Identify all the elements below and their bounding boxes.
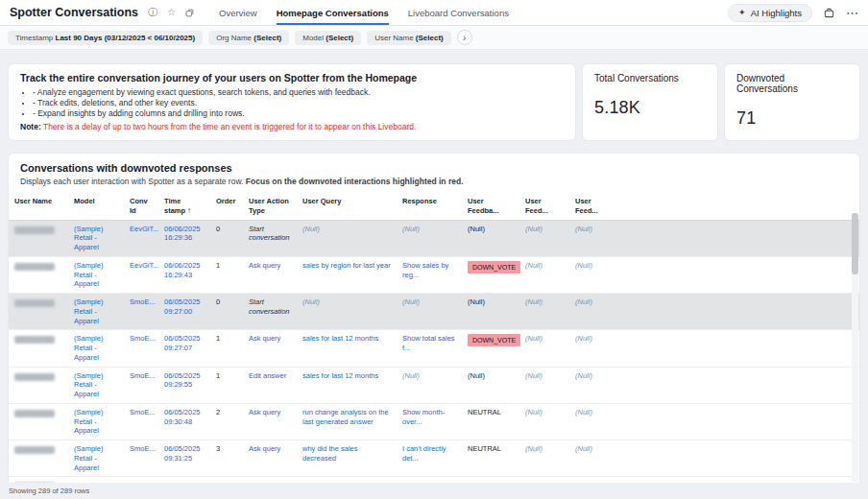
cell-user-action-type[interactable]: Edit answer	[243, 367, 297, 403]
cell-response[interactable]: I can't directly det...	[397, 440, 462, 477]
cell-user-action-type[interactable]: Ask query	[243, 440, 297, 477]
cell-user-name	[9, 294, 68, 330]
cell-response[interactable]: (Null)	[397, 220, 462, 256]
cell-model[interactable]: (Sample) Retail - Apparel	[68, 367, 124, 403]
cell-model[interactable]: (Sample) Retail - Apparel	[68, 294, 124, 330]
cell-model[interactable]: (Sample) Retail - Apparel	[68, 477, 124, 483]
table-row[interactable]: (Sample) Retail - Apparel SmoE... 06/05/…	[9, 440, 859, 477]
table-row[interactable]: (Sample) Retail - Apparel SmoE... 06/05/…	[9, 330, 859, 367]
cell-model[interactable]: (Sample) Retail - Apparel	[68, 440, 124, 477]
cell-model[interactable]: (Sample) Retail - Apparel	[68, 220, 124, 256]
col-order[interactable]: Order	[210, 193, 243, 220]
cell-timestamp[interactable]: 06/05/202509:31:58	[158, 477, 210, 483]
cell-user-query[interactable]: (Null)	[297, 294, 397, 330]
cell-timestamp[interactable]: 06/05/202509:27:07	[158, 330, 210, 367]
cell-conv-id[interactable]: EevGiT...	[124, 220, 158, 256]
tab-liveboard-conversations[interactable]: Liveboard Conversations	[408, 0, 509, 25]
cell-order: 1	[210, 330, 243, 367]
col-timestamp[interactable]: Time stamp↑	[158, 193, 210, 220]
cell-response[interactable]: Show month-over...	[397, 403, 462, 440]
table-row[interactable]: (Sample) Retail - Apparel EevGiT... 06/0…	[9, 256, 859, 293]
table-row[interactable]: (Sample) Retail - Apparel SmoE... 06/05/…	[9, 403, 859, 440]
cell-response[interactable]: I do not have acce...	[397, 477, 462, 483]
filters-expand-button[interactable]: ›	[457, 30, 472, 45]
cell-user-action-type[interactable]: Ask query	[243, 256, 297, 293]
col-user-query[interactable]: User Query	[297, 193, 397, 220]
cell-timestamp[interactable]: 06/05/202509:30:48	[158, 403, 210, 440]
note-label: Note:	[20, 122, 41, 131]
col-response[interactable]: Response	[397, 193, 462, 220]
ai-highlights-button[interactable]: ✦ AI Highlights	[728, 4, 812, 22]
cell-user-query[interactable]: sales for last 12 months	[297, 367, 397, 403]
col-conv-id[interactable]: Conv Id	[124, 193, 158, 220]
overview-bullet: - Analyze engagement by viewing exact qu…	[33, 87, 564, 98]
cell-user-name	[9, 367, 68, 403]
table-subtitle-plain: Displays each user interaction with Spot…	[20, 177, 243, 186]
table-row[interactable]: (Sample) Retail - Apparel EevGiT... 06/0…	[9, 220, 859, 256]
cell-model[interactable]: (Sample) Retail - Apparel	[68, 256, 124, 293]
col-model[interactable]: Model	[68, 193, 124, 220]
cell-response[interactable]: Show sales by reg...	[397, 256, 462, 293]
cell-user-query[interactable]: run change analysis on the last generate…	[297, 403, 397, 440]
col-user-feedback[interactable]: User Feedba...	[462, 193, 519, 220]
cell-model[interactable]: (Sample) Retail - Apparel	[68, 330, 124, 367]
redacted-user-name	[14, 410, 55, 417]
cell-response[interactable]: (Null)	[397, 367, 462, 403]
cell-user-query[interactable]: sales for last 12 months	[297, 330, 397, 367]
cell-conv-id[interactable]: SmoE...	[124, 440, 158, 477]
cell-user-action-type[interactable]: Start conversation	[243, 294, 297, 330]
filter-label: Org Name	[216, 34, 252, 42]
kpi-downvoted-conversations: Downvoted Conversations 71	[724, 63, 860, 141]
tab-overview[interactable]: Overview	[219, 0, 257, 25]
cell-user-query[interactable]: (Null)	[297, 220, 397, 256]
cell-user-query[interactable]: why did the sales decreased	[297, 440, 397, 477]
sort-ascending-icon[interactable]: ↑	[187, 206, 191, 215]
table-row[interactable]: (Sample) Retail - Apparel SmoE... 06/05/…	[9, 294, 859, 330]
cell-response[interactable]: (Null)	[397, 294, 462, 330]
table-row[interactable]: (Sample) Retail - Apparel SmoE... 06/05/…	[9, 367, 859, 403]
cell-user-query[interactable]: sales by region for last year	[297, 256, 397, 293]
cell-timestamp[interactable]: 06/05/202509:29:55	[158, 367, 210, 403]
cell-timestamp[interactable]: 06/06/202516:29:43	[158, 256, 210, 293]
filter-chip-org-name[interactable]: Org Name (Select)	[208, 31, 289, 45]
col-user-feedback-3[interactable]: User Feed...	[569, 193, 619, 220]
cell-conv-id[interactable]: EevGiT...	[124, 256, 158, 293]
col-user-name[interactable]: User Name	[9, 193, 68, 220]
cell-response[interactable]: Show total sales f...	[397, 330, 462, 367]
star-icon[interactable]: ☆	[167, 8, 176, 17]
cell-user-action-type[interactable]: Start conversation	[243, 220, 297, 256]
cell-user-feedback-2: (Null)	[519, 403, 569, 440]
cell-conv-id[interactable]: SmoE...	[124, 330, 158, 367]
cell-user-query[interactable]: why did the sales decreased by 0.33 perc…	[297, 477, 397, 483]
info-icon[interactable]: ⓘ	[148, 8, 157, 17]
table-row[interactable]: (Sample) Retail - Apparel SmoE... 06/05/…	[9, 477, 859, 483]
table-scrollbar-thumb[interactable]	[852, 213, 858, 274]
cell-user-name	[9, 330, 68, 367]
col-user-action-type[interactable]: User Action Type	[243, 193, 297, 220]
cell-user-feedback-3: (Null)	[569, 294, 619, 330]
present-icon[interactable]	[824, 8, 834, 18]
cell-conv-id[interactable]: SmoE...	[124, 477, 158, 483]
cell-user-feedback-2: (Null)	[519, 477, 569, 483]
col-user-feedback-2[interactable]: User Feed...	[519, 193, 569, 220]
cell-timestamp[interactable]: 06/05/202509:31:25	[158, 440, 210, 477]
tab-homepage-conversations[interactable]: Homepage Conversations	[277, 0, 389, 25]
cell-conv-id[interactable]: SmoE...	[124, 294, 158, 330]
copy-icon[interactable]	[185, 9, 194, 17]
overview-bullets: - Analyze engagement by viewing exact qu…	[20, 87, 564, 119]
filter-chip-timestamp[interactable]: Timestamp Last 90 Days (03/12/2025 < 06/…	[8, 31, 203, 45]
chevron-right-icon: ›	[463, 33, 466, 43]
filter-chip-user-name[interactable]: User Name (Select)	[367, 31, 451, 45]
cell-conv-id[interactable]: SmoE...	[124, 367, 158, 403]
filter-chip-model[interactable]: Model (Select)	[295, 31, 361, 45]
more-menu-icon[interactable]: ⋯	[846, 7, 858, 19]
cell-conv-id[interactable]: SmoE...	[124, 403, 158, 440]
cell-user-feedback-2: (Null)	[519, 330, 569, 367]
cell-model[interactable]: (Sample) Retail - Apparel	[68, 403, 124, 440]
cell-timestamp[interactable]: 06/06/202516:29:36	[158, 220, 210, 256]
cell-user-action-type[interactable]: Ask query	[243, 330, 297, 367]
filter-label: User Name	[374, 34, 413, 42]
cell-user-action-type[interactable]: Ask query	[243, 403, 297, 440]
cell-timestamp[interactable]: 06/05/202509:27:00	[158, 294, 210, 330]
cell-user-action-type[interactable]: Ask query	[243, 477, 297, 483]
